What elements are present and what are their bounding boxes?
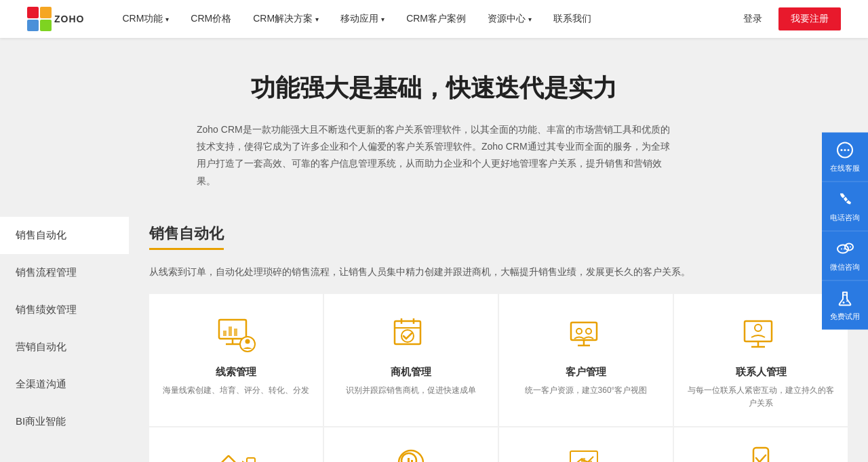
- svg-point-47: [847, 247, 848, 248]
- customers-icon: [564, 313, 608, 356]
- card-bottom-1[interactable]: [149, 427, 323, 462]
- float-sidebar: 在线客服 电话咨询 微信咨询: [822, 133, 868, 330]
- card-leads-desc: 海量线索创建、培育、评分、转化、分发: [163, 384, 309, 397]
- sidebar-item-omnichannel[interactable]: 全渠道沟通: [0, 366, 129, 403]
- card-customers-desc: 统一客户资源，建立360°客户视图: [525, 384, 648, 397]
- svg-rect-25: [247, 458, 255, 462]
- svg-point-50: [843, 301, 845, 303]
- svg-point-7: [245, 339, 250, 343]
- svg-point-41: [844, 149, 846, 151]
- flask-icon: [835, 289, 854, 308]
- svg-point-46: [844, 249, 845, 250]
- sidebar-item-sales-process[interactable]: 销售流程管理: [0, 254, 129, 291]
- wechat-icon: [835, 240, 854, 259]
- navigation: ZOHO CRM功能 ▾ CRM价格 CRM解决方案 ▾ 移动应用 ▾ CRM客…: [0, 0, 868, 38]
- card-opps-title: 商机管理: [391, 366, 431, 379]
- float-item-trial[interactable]: 免费试用: [822, 281, 868, 330]
- svg-point-21: [755, 324, 762, 331]
- nav-item-cases[interactable]: CRM客户案例: [395, 0, 477, 38]
- svg-rect-13: [571, 322, 597, 340]
- sidebar-item-sales-automation[interactable]: 销售自动化: [0, 217, 129, 254]
- svg-rect-3: [223, 331, 226, 336]
- sidebar-item-sales-performance[interactable]: 销售绩效管理: [0, 291, 129, 329]
- chevron-down-icon: ▾: [381, 16, 384, 23]
- card-leads[interactable]: 线索管理 海量线索创建、培育、评分、转化、分发: [149, 294, 323, 426]
- svg-rect-22: [220, 455, 236, 462]
- analytics-icon: [389, 441, 433, 462]
- contacts-icon: [739, 313, 783, 356]
- content-area: 销售自动化 从线索到订单，自动化处理琐碎的销售流程，让销售人员集中精力创建并跟进…: [129, 210, 868, 462]
- svg-point-48: [850, 247, 851, 248]
- content-title: 销售自动化: [149, 224, 224, 250]
- register-button[interactable]: 我要注册: [778, 7, 841, 30]
- main-content: 销售自动化 销售流程管理 销售绩效管理 营销自动化 全渠道沟通 BI商业智能 销…: [0, 210, 868, 462]
- float-item-phone[interactable]: 电话咨询: [822, 182, 868, 232]
- card-leads-title: 线索管理: [216, 366, 256, 379]
- leads-icon: [214, 313, 258, 356]
- card-customers-title: 客户管理: [566, 366, 606, 379]
- login-button[interactable]: 登录: [732, 9, 773, 29]
- hero-description: Zoho CRM是一款功能强大且不断迭代更新的客户关系管理软件，以其全面的功能、…: [197, 121, 671, 190]
- opportunities-icon: [389, 313, 433, 356]
- chat-icon: [835, 141, 854, 160]
- card-customers[interactable]: 客户管理 统一客户资源，建立360°客户视图: [499, 294, 673, 426]
- chart-icon: [564, 441, 608, 462]
- float-item-wechat[interactable]: 微信咨询: [822, 232, 868, 281]
- svg-point-17: [586, 329, 591, 334]
- chevron-down-icon: ▾: [165, 16, 169, 23]
- card-contacts-desc: 与每一位联系人紧密互动，建立持久的客户关系: [685, 384, 837, 410]
- nav-menu: CRM功能 ▾ CRM价格 CRM解决方案 ▾ 移动应用 ▾ CRM客户案例 资…: [111, 0, 732, 38]
- svg-point-51: [846, 301, 848, 302]
- svg-point-16: [576, 329, 582, 334]
- logo[interactable]: ZOHO: [27, 7, 84, 31]
- svg-point-40: [841, 149, 843, 151]
- svg-point-44: [845, 244, 853, 251]
- card-bottom-3[interactable]: [499, 427, 673, 462]
- svg-rect-30: [408, 458, 410, 462]
- left-sidebar: 销售自动化 销售流程管理 销售绩效管理 营销自动化 全渠道沟通 BI商业智能: [0, 210, 129, 462]
- logo-squares: [27, 7, 52, 31]
- nav-item-contact[interactable]: 联系我们: [542, 0, 602, 38]
- svg-point-45: [841, 249, 842, 250]
- nav-item-crm-price[interactable]: CRM价格: [180, 0, 242, 38]
- nav-item-mobile[interactable]: 移动应用 ▾: [330, 0, 395, 38]
- sidebar-item-bi[interactable]: BI商业智能: [0, 403, 129, 440]
- hero-title: 功能强大是基础，快速迭代是实力: [27, 72, 841, 105]
- logo-text: ZOHO: [54, 14, 84, 24]
- card-contacts-title: 联系人管理: [736, 366, 787, 379]
- nav-item-resources[interactable]: 资源中心 ▾: [477, 0, 542, 38]
- hero-section: 功能强大是基础，快速迭代是实力 Zoho CRM是一款功能强大且不断迭代更新的客…: [0, 38, 868, 210]
- float-item-online-chat[interactable]: 在线客服: [822, 133, 868, 182]
- workflow-icon: [214, 441, 258, 462]
- nav-actions: 登录 我要注册: [732, 7, 841, 30]
- sidebar-item-marketing-automation[interactable]: 营销自动化: [0, 329, 129, 366]
- card-grid-row2: [149, 427, 848, 462]
- nav-item-crm-features[interactable]: CRM功能 ▾: [111, 0, 180, 38]
- card-bottom-2[interactable]: [324, 427, 498, 462]
- svg-rect-5: [234, 329, 237, 336]
- card-grid-row1: 线索管理 海量线索创建、培育、评分、转化、分发: [149, 294, 848, 426]
- chevron-down-icon: ▾: [315, 16, 319, 23]
- phone-icon: [835, 190, 854, 209]
- svg-point-42: [848, 149, 850, 151]
- mobile-icon: [739, 441, 783, 462]
- card-opportunities[interactable]: 商机管理 识别并跟踪销售商机，促进快速成单: [324, 294, 498, 426]
- card-opps-desc: 识别并跟踪销售商机，促进快速成单: [346, 384, 476, 397]
- nav-item-crm-solutions[interactable]: CRM解决方案 ▾: [242, 0, 330, 38]
- chevron-down-icon: ▾: [528, 16, 532, 23]
- svg-rect-4: [229, 327, 232, 336]
- svg-point-6: [240, 337, 255, 352]
- card-bottom-4[interactable]: [674, 427, 848, 462]
- content-description: 从线索到订单，自动化处理琐碎的销售流程，让销售人员集中精力创建并跟进商机，大幅提…: [149, 264, 848, 280]
- svg-rect-8: [395, 321, 420, 344]
